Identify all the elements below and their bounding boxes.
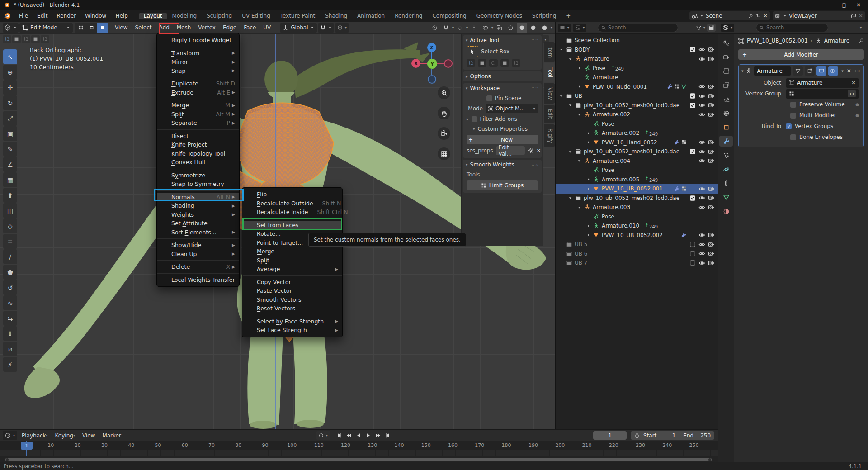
auto-keying-icon[interactable]: ▾ — [316, 431, 330, 440]
mesh-menu-item-symmetrize[interactable]: Symmetrize — [157, 171, 239, 180]
select-new-icon[interactable] — [3, 35, 11, 43]
render-toggle-icon[interactable] — [828, 66, 838, 76]
select-extend-icon[interactable] — [478, 59, 486, 67]
panel-options[interactable]: ▸ Options ⁙⁙ — [463, 71, 542, 81]
eye-icon[interactable] — [697, 157, 707, 164]
eye-icon[interactable] — [697, 102, 707, 109]
eye-icon[interactable] — [697, 83, 707, 90]
edit-value-button[interactable]: Edit Val... — [496, 146, 525, 155]
normals-menu-item-copy-vector[interactable]: Copy Vector — [242, 278, 342, 287]
select-invert-icon[interactable] — [500, 59, 509, 67]
camera-icon[interactable] — [707, 241, 716, 248]
mesh-menu-item-weights[interactable]: Weights▶ — [157, 210, 239, 219]
chevron-down-icon[interactable]: ▾ — [860, 26, 865, 30]
outliner-row-armature-002[interactable]: Armature.002249 — [556, 128, 718, 138]
exclude-checkbox[interactable] — [688, 148, 697, 155]
overlays-icon[interactable] — [480, 23, 491, 33]
expand-icon[interactable] — [568, 57, 574, 61]
outliner-row-ub-6[interactable]: UB 6 — [556, 249, 718, 259]
vertex-groups-checkbox[interactable] — [786, 123, 792, 129]
axis-x-handle[interactable]: X — [411, 59, 420, 68]
collapse-icon[interactable] — [586, 177, 592, 181]
collapse-icon[interactable] — [586, 224, 592, 228]
wrench-icon[interactable] — [674, 186, 680, 192]
mesh-menu-item-transform[interactable]: Transform▶ — [157, 49, 239, 58]
outliner-row-body[interactable]: BODY — [556, 45, 718, 55]
current-frame-marker[interactable]: 1 — [21, 442, 33, 450]
camera-icon[interactable] — [707, 204, 716, 211]
pan-hand-icon[interactable] — [438, 107, 450, 119]
gear-icon[interactable] — [528, 147, 534, 154]
vgroup-icon[interactable] — [674, 84, 679, 90]
add-modifier-button[interactable]: + Add Modifier — [738, 49, 864, 60]
tab-modeling[interactable]: Modeling — [167, 13, 202, 19]
tab-rendering[interactable]: Rendering — [390, 13, 427, 19]
zoom-icon[interactable] — [438, 86, 450, 99]
pin-icon[interactable] — [748, 14, 753, 19]
drag-grip-icon[interactable]: ⁙⁙ — [853, 69, 861, 73]
tab-shading[interactable]: Shading — [320, 13, 352, 19]
proportional-editing-icon[interactable] — [455, 23, 465, 33]
timeline-ruler[interactable]: 1020304050607080901001101201301401501601… — [0, 441, 718, 450]
wrench-icon[interactable] — [674, 139, 680, 145]
select-subtract-icon[interactable] — [22, 35, 30, 43]
select-extend-icon[interactable] — [12, 35, 21, 43]
eye-icon[interactable] — [697, 232, 707, 238]
mesh-menu-item-split[interactable]: SplitAlt M▶ — [157, 110, 239, 119]
normals-menu-item-recalculate-inside[interactable]: Recalculate InsideShift Ctrl N — [242, 208, 342, 217]
properties-search[interactable] — [756, 24, 828, 32]
workspace-mode-dropdown[interactable]: Object M... ▾ — [486, 104, 538, 113]
outliner-row-armature-002[interactable]: Armature.002 — [556, 110, 718, 119]
outliner-row-plw-10-ub-0052-mesh01-lod0-dae[interactable]: plw_10_ub_0052_mesh01_lod0.dae — [556, 147, 718, 157]
outliner-filter-mode[interactable]: ▾ — [573, 24, 586, 32]
viewport-menu-view[interactable]: View — [111, 23, 131, 33]
viewport-menu-select[interactable]: Select — [131, 23, 155, 33]
tool-measure[interactable]: ∠ — [3, 157, 17, 172]
navigation-gizmo[interactable]: Z X Y — [409, 43, 459, 97]
eye-icon[interactable] — [697, 93, 707, 100]
xray-icon[interactable] — [494, 23, 505, 33]
outliner-row-pvw-10-ub-0052-001[interactable]: PVW_10_UB_0052.001 — [556, 184, 718, 194]
jump-to-start-button[interactable] — [335, 431, 344, 440]
realtime-display-toggle-icon[interactable] — [816, 66, 826, 76]
outliner-row-pvw-10-hand-0052[interactable]: PVW_10_Hand_0052 — [556, 138, 718, 147]
tool-cursor[interactable]: ⊕ — [3, 65, 17, 80]
expand-icon[interactable] — [568, 196, 574, 200]
chevron-down-icon[interactable]: ▾ — [466, 26, 468, 30]
viewport-menu-face[interactable]: Face — [240, 23, 259, 33]
gizmo-icon[interactable] — [469, 23, 479, 33]
sidebar-tab-edit[interactable]: Edit — [544, 105, 555, 123]
eye-icon[interactable] — [697, 185, 707, 192]
outliner-row-ub-7[interactable]: UB 7 — [556, 258, 718, 268]
drag-grip-icon[interactable]: ⁙⁙ — [531, 38, 539, 43]
collapse-icon[interactable] — [586, 187, 592, 191]
multi-modifier-checkbox[interactable] — [790, 113, 796, 119]
camera-icon[interactable] — [707, 46, 716, 53]
menu-file[interactable]: File — [14, 13, 33, 19]
new-viewlayer-icon[interactable] — [851, 13, 856, 19]
exclude-checkbox[interactable] — [688, 47, 697, 53]
menu-window[interactable]: Window — [80, 13, 111, 19]
sidebar-tab-item[interactable]: Item — [544, 42, 555, 62]
shading-wireframe-icon[interactable] — [505, 23, 516, 33]
clear-object-icon[interactable]: ✕ — [851, 80, 856, 86]
expand-icon[interactable] — [568, 103, 574, 107]
tool-loop-cut[interactable]: ≡ — [3, 234, 17, 249]
menu-help[interactable]: Help — [111, 13, 132, 19]
viewport-menu-uv[interactable]: UV — [259, 23, 274, 33]
mesh-menu-item-snap[interactable]: Snap▶ — [157, 66, 239, 76]
collapse-icon[interactable] — [577, 66, 583, 70]
mesh-menu-item-knife-topology-tool[interactable]: Knife Topology Tool — [157, 149, 239, 158]
mesh-menu-item-shading[interactable]: Shading▶ — [157, 201, 239, 210]
new-scene-icon[interactable] — [755, 13, 761, 19]
camera-icon[interactable] — [707, 195, 716, 201]
exclude-checkbox[interactable] — [688, 93, 697, 99]
pivot-point-icon[interactable] — [429, 23, 440, 33]
exclude-checkbox[interactable] — [688, 195, 697, 201]
properties-tab-tool[interactable] — [719, 38, 733, 48]
mesh-menu-item-show-hide[interactable]: Show/Hide▶ — [157, 241, 239, 250]
start-value[interactable]: 1 — [660, 432, 675, 439]
timeline-menu-playback[interactable]: Playback ▾ — [18, 431, 52, 440]
eye-icon[interactable] — [697, 204, 707, 211]
panel-smooth-weights[interactable]: ▾ Smooth Weights ⁙⁙ — [463, 160, 542, 170]
